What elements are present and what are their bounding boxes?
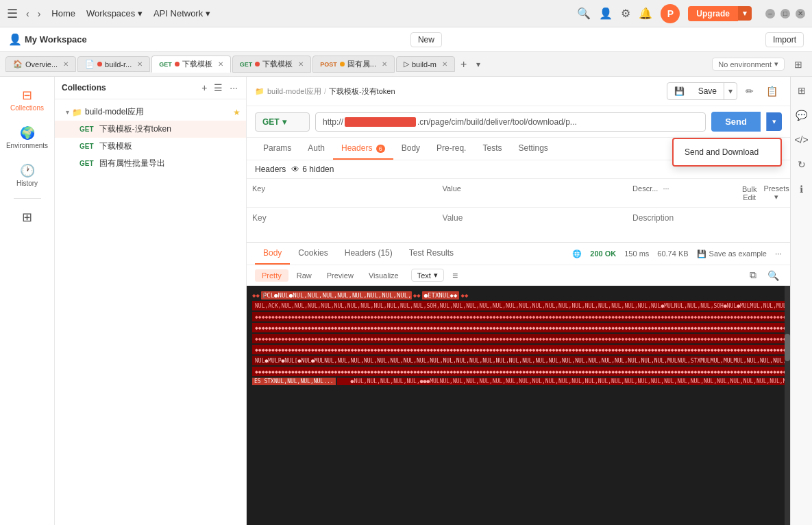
far-right-code-icon[interactable]: </> (791, 132, 811, 148)
key-input[interactable] (252, 213, 432, 223)
text-format-selector[interactable]: Text ▾ (411, 269, 444, 282)
tab-body[interactable]: Body (393, 138, 428, 160)
workspaces-link[interactable]: Workspaces ▾ (86, 8, 143, 19)
method-label: GET (262, 117, 280, 127)
upgrade-dropdown-button[interactable]: ▾ (738, 6, 752, 21)
environment-selector[interactable]: No environment ▾ (712, 58, 785, 71)
sidebar-item-other[interactable]: ⊞ (4, 204, 51, 230)
send-button[interactable]: Send (711, 112, 761, 132)
tree-item-download-no-token[interactable]: GET 下载模板-没有token (55, 121, 246, 138)
bell-icon[interactable]: 🔔 (639, 7, 652, 20)
sidebar-item-collections[interactable]: ⊟ Collections (4, 82, 51, 117)
collections-icon: ⊟ (22, 88, 32, 103)
search-response-button[interactable]: 🔍 (765, 268, 782, 282)
scrollbar-thumb[interactable] (785, 334, 790, 361)
tree-item-download[interactable]: GET 下载模板 (55, 138, 246, 155)
tab-prereq[interactable]: Pre-req. (428, 138, 474, 160)
tab-overview[interactable]: 🏠 Overvie... ✕ (5, 56, 76, 72)
eye-icon: 👁 (291, 164, 299, 174)
tab-headers[interactable]: Headers 6 (333, 138, 393, 160)
sidebar-item-history[interactable]: 🕐 History (4, 158, 51, 193)
send-dropdown-button[interactable]: ▾ (766, 112, 782, 131)
home-link[interactable]: Home (51, 8, 75, 19)
save-label[interactable]: Save (691, 83, 724, 99)
desc-input[interactable] (632, 213, 785, 223)
copy-button[interactable]: ⧉ (747, 268, 759, 282)
filter-button[interactable]: ☰ (212, 81, 224, 95)
format-preview-button[interactable]: Preview (320, 269, 360, 282)
workspace-icon: 👤 (8, 33, 22, 46)
format-pretty-button[interactable]: Pretty (255, 269, 288, 282)
url-input[interactable]: http:// xxxx .cn/page/cim/build/deliver/… (315, 112, 706, 132)
import-button[interactable]: Import (765, 32, 804, 47)
api-network-link[interactable]: API Network ▾ (153, 8, 210, 19)
tab-build2[interactable]: ▷ build-m ✕ (396, 56, 455, 72)
line-numbers: 1 (247, 291, 271, 300)
tab-auth[interactable]: Auth (299, 138, 333, 160)
save-example-button[interactable]: 💾 Save as example (697, 249, 767, 258)
tab-download2-close[interactable]: ✕ (298, 60, 304, 68)
tab-build2-close[interactable]: ✕ (442, 60, 447, 68)
tab-build1-close[interactable]: ✕ (137, 60, 143, 68)
view-button[interactable]: 📋 (762, 83, 782, 99)
search-icon[interactable]: 🔍 (577, 7, 591, 20)
far-right-icon2[interactable]: 💬 (793, 107, 810, 123)
edit-button[interactable]: ✏ (741, 83, 758, 99)
save-dropdown-icon[interactable]: ▾ (724, 83, 737, 99)
response-size: 60.74 KB (657, 249, 688, 258)
tab-build1[interactable]: 📄 build-r... ✕ (77, 56, 150, 72)
more-options-button[interactable]: ··· (228, 81, 239, 95)
format-raw-button[interactable]: Raw (290, 269, 319, 282)
far-right-info-icon[interactable]: ℹ (797, 181, 806, 197)
new-button[interactable]: New (410, 32, 442, 47)
tab-overview-close[interactable]: ✕ (63, 60, 69, 68)
forward-button[interactable]: › (35, 7, 44, 21)
resp-tab-headers[interactable]: Headers (15) (336, 243, 401, 265)
tab-download1[interactable]: GET 下载模板 ✕ (151, 56, 231, 73)
settings-icon[interactable]: ⚙ (621, 7, 630, 20)
far-right-icon1[interactable]: ⊞ (795, 82, 809, 99)
tab-settings[interactable]: Settings (510, 138, 556, 160)
tree-item-export[interactable]: GET 固有属性批量导出 (55, 155, 246, 172)
layout-toggle-button[interactable]: ⊞ (790, 56, 807, 73)
save-icon: 💾 (667, 83, 691, 99)
more-icon[interactable]: ··· (663, 184, 669, 193)
bulk-edit-button[interactable]: Bulk Edit (741, 185, 758, 202)
tab-params[interactable]: Params (255, 138, 299, 160)
table-actions: Bulk Edit Presets ▾ (735, 182, 790, 204)
send-and-download-option[interactable]: Send and Download (674, 142, 780, 162)
hamburger-menu[interactable]: ☰ (7, 6, 18, 21)
back-button[interactable]: ‹ (23, 7, 32, 21)
maximize-button[interactable]: □ (780, 9, 790, 19)
add-tab-button[interactable]: + (456, 58, 471, 71)
format-visualize-button[interactable]: Visualize (362, 269, 406, 282)
sidebar-item-environments[interactable]: 🌍 Environments (4, 120, 51, 155)
tab-post1[interactable]: POST 固有属... ✕ (312, 56, 395, 73)
minimize-button[interactable]: – (765, 9, 775, 19)
value-input[interactable] (443, 213, 622, 223)
add-collection-button[interactable]: + (200, 81, 208, 95)
star-icon[interactable]: ★ (233, 108, 241, 117)
response-more-button[interactable]: ··· (775, 249, 782, 258)
more-tabs-button[interactable]: ▾ (472, 60, 484, 69)
method-selector[interactable]: GET ▾ (255, 112, 310, 132)
hamburger-icon[interactable]: ☰ (7, 6, 18, 21)
indent-icon[interactable]: ≡ (450, 269, 460, 282)
upgrade-button[interactable]: Upgrade (688, 6, 738, 21)
close-button[interactable]: ✕ (796, 9, 805, 19)
resp-tab-body[interactable]: Body (255, 243, 290, 265)
resp-tab-cookies[interactable]: Cookies (290, 243, 336, 265)
key-input-cell (247, 210, 437, 225)
far-right-refresh-icon[interactable]: ↻ (795, 156, 809, 173)
scrollbar-track[interactable] (785, 286, 790, 525)
invite-icon[interactable]: 👤 (599, 7, 613, 20)
tree-collection-root[interactable]: ▾ 📁 build-model应用 ★ (55, 103, 246, 121)
tab-tests[interactable]: Tests (474, 138, 510, 160)
tab-download2[interactable]: GET 下载模板 ✕ (232, 56, 312, 73)
presets-button[interactable]: Presets ▾ (762, 184, 790, 202)
response-body[interactable]: 1 ◆◆ PCL●NUL●NUL,NUL,NUL,NUL,NUL,NUL,NUL… (247, 286, 790, 525)
tab-download1-close[interactable]: ✕ (218, 60, 223, 68)
resp-tab-test-results[interactable]: Test Results (401, 243, 462, 265)
value-col-header: Value (437, 182, 628, 204)
tab-post1-close[interactable]: ✕ (382, 60, 387, 68)
